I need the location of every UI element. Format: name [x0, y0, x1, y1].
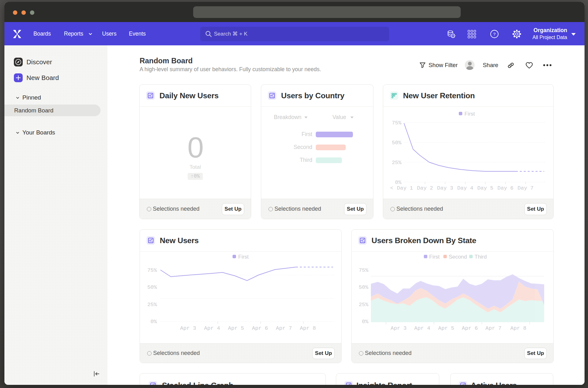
svg-text:?: ? [493, 32, 496, 37]
